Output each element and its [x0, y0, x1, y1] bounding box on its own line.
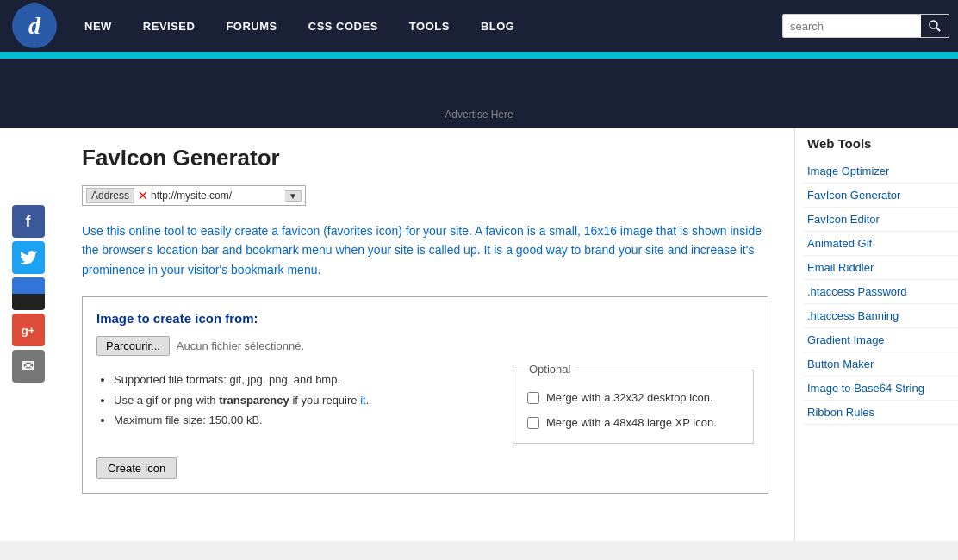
nav-item-revised[interactable]: REVISED [128, 0, 211, 52]
merge-32-label: Merge with a 32x32 desktop icon. [546, 391, 713, 404]
transparency-link[interactable]: it [360, 394, 366, 407]
sidebar-link-ribbon-rules[interactable]: Ribbon Rules [804, 401, 958, 425]
file-input-row: Parcourir... Aucun fichier sélectionné. [96, 336, 754, 356]
upload-title: Image to create icon from: [96, 311, 754, 326]
logo-icon: d [12, 3, 57, 48]
filesize-info: Maximum file size: 150.00 kB. [114, 410, 499, 430]
nav-item-new[interactable]: NEW [69, 0, 128, 52]
nav: NEWREVISEDFORUMSCSS CODESTOOLSBLOG [69, 0, 782, 52]
description: Use this online tool to easily create a … [82, 221, 768, 279]
transparency-bold: transparency [219, 394, 289, 407]
merge-48-checkbox[interactable] [527, 417, 539, 429]
svg-line-1 [936, 28, 940, 31]
sidebar-link-gradient-image[interactable]: Gradient Image [804, 328, 958, 352]
main-wrapper: f g+ ✉ FavIcon Generator Address ✕ http:… [0, 128, 958, 541]
sidebar-link-favicon-editor[interactable]: FavIcon Editor [804, 208, 958, 232]
search-input[interactable] [783, 15, 921, 37]
google-plus-button[interactable]: g+ [12, 314, 45, 346]
nav-item-css-codes[interactable]: CSS CODES [293, 0, 394, 52]
twitter-button[interactable] [12, 241, 45, 274]
address-url: http://mysite.com/ [151, 190, 285, 202]
merge-48-label: Merge with a 48x48 large XP icon. [546, 416, 717, 429]
nav-item-blog[interactable]: BLOG [465, 0, 531, 52]
nav-item-tools[interactable]: TOOLS [394, 0, 465, 52]
upload-box: Image to create icon from: Parcourir... … [82, 296, 768, 494]
twitter-icon [20, 251, 37, 264]
checkbox-row-2: Merge with a 48x48 large XP icon. [527, 416, 739, 429]
facebook-button[interactable]: f [12, 205, 45, 238]
teal-bar [0, 52, 958, 59]
optional-legend: Optional [524, 363, 575, 376]
page-title: FavIcon Generator [82, 145, 768, 171]
search-icon [928, 19, 942, 33]
sidebar-link-favicon-generator[interactable]: FavIcon Generator [804, 184, 958, 208]
merge-32-checkbox[interactable] [527, 392, 539, 404]
svg-point-0 [930, 21, 937, 28]
no-file-label: Aucun fichier sélectionné. [177, 339, 304, 352]
address-bar: Address ✕ http://mysite.com/ ▼ [82, 185, 306, 206]
nav-item-forums[interactable]: FORUMS [210, 0, 292, 52]
logo: d [9, 3, 60, 50]
content-area: FavIcon Generator Address ✕ http://mysit… [56, 128, 794, 541]
ad-bar: Advertise Here [0, 59, 958, 128]
address-label: Address [86, 188, 134, 203]
email-button[interactable]: ✉ [12, 350, 45, 383]
social-sidebar: f g+ ✉ [0, 128, 56, 541]
sidebar-link-htaccess-banning[interactable]: .htaccess Banning [804, 304, 958, 328]
sidebar-link-image-optimizer[interactable]: Image Optimizer [804, 159, 958, 184]
sidebar-link-htaccess-password[interactable]: .htaccess Password [804, 280, 958, 304]
upload-inner: Supported file formats: gif, jpg, png, a… [96, 370, 754, 444]
create-icon-button[interactable]: Create Icon [96, 457, 177, 479]
sidebar-link-button-maker[interactable]: Button Maker [804, 352, 958, 376]
ad-text: Advertise Here [445, 109, 513, 121]
file-info-list: Supported file formats: gif, jpg, png, a… [96, 370, 499, 444]
sidebar-link-image-to-base64-string[interactable]: Image to Base64 String [804, 376, 958, 401]
right-sidebar: Web Tools Image OptimizerFavIcon Generat… [794, 128, 958, 541]
sidebar-link-animated-gif[interactable]: Animated Gif [804, 232, 958, 256]
file-format-info: Supported file formats: gif, jpg, png, a… [114, 370, 499, 389]
sidebar-links: Image OptimizerFavIcon GeneratorFavIcon … [804, 159, 958, 425]
search-container [782, 14, 949, 38]
web-tools-title: Web Tools [804, 136, 958, 151]
checkbox-row-1: Merge with a 32x32 desktop icon. [527, 391, 739, 404]
address-x-icon: ✕ [138, 189, 148, 202]
transparency-info: Use a gif or png with transparency if yo… [114, 390, 499, 410]
address-dropdown[interactable]: ▼ [285, 190, 302, 202]
optional-box: Optional Merge with a 32x32 desktop icon… [513, 370, 754, 444]
delicious-button[interactable] [12, 277, 45, 310]
sidebar-link-email-riddler[interactable]: Email Riddler [804, 256, 958, 280]
browse-button[interactable]: Parcourir... [96, 336, 170, 356]
search-button[interactable] [921, 15, 949, 37]
header: d NEWREVISEDFORUMSCSS CODESTOOLSBLOG [0, 0, 958, 52]
